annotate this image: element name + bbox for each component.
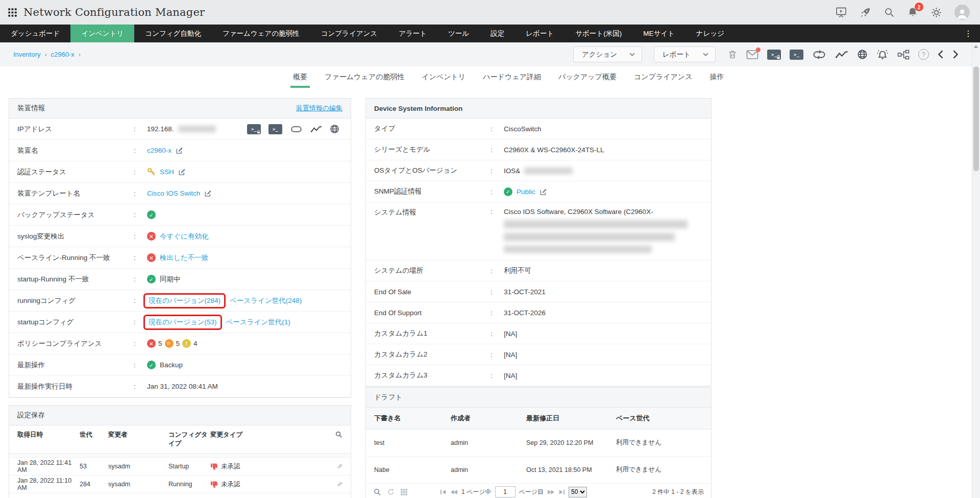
globe-icon[interactable] (330, 124, 339, 134)
nav-item-compliance[interactable]: コンプライアンス (310, 25, 388, 42)
edit-icon[interactable] (176, 147, 183, 154)
enable-now-link[interactable]: 今すぐに有効化 (160, 232, 208, 241)
nav-item-alerts[interactable]: アラート (388, 25, 437, 42)
vertical-scrollbar[interactable] (972, 42, 980, 498)
alarm-bell-icon[interactable] (876, 49, 889, 60)
tab-firmware-vulnerability[interactable]: ファームウェアの脆弱性 (325, 66, 404, 88)
tab-overview[interactable]: 概要 (293, 66, 307, 88)
terminal-lock-icon[interactable]: >_ (767, 50, 781, 60)
grid-view-icon[interactable] (401, 489, 407, 495)
user-avatar[interactable] (954, 5, 970, 20)
scrollbar-thumb[interactable] (973, 66, 979, 171)
tab-inventory[interactable]: インベントリ (422, 66, 465, 88)
edit-icon[interactable] (204, 189, 212, 197)
col-last-modified[interactable]: 最新修正日 (526, 414, 616, 423)
detected-conflict-link[interactable]: 検出した不一致 (160, 253, 208, 263)
rocket-icon[interactable] (860, 7, 871, 18)
col-base-generation[interactable]: ベース世代 (616, 414, 669, 423)
device-info-header: 装置情報 装置情報の編集 (9, 99, 351, 118)
collapse-left-chevron-icon[interactable] (938, 50, 944, 59)
workflow-icon[interactable] (897, 50, 910, 60)
nav-item-tools[interactable]: ツール (437, 25, 480, 42)
breadcrumb-inventory-link[interactable]: Inventory (13, 51, 40, 58)
nav-item-inventory[interactable]: インベントリ (70, 25, 134, 42)
edit-icon[interactable] (540, 188, 547, 196)
nav-item-firmware-vulnerability[interactable]: ファームウェアの脆弱性 (212, 25, 310, 42)
expand-right-chevron-icon[interactable] (952, 50, 959, 59)
edit-icon[interactable] (178, 168, 186, 176)
tab-compliance[interactable]: コンプライアンス (634, 66, 693, 88)
actions-dropdown-button[interactable]: アクション (573, 46, 642, 62)
terminal-icon[interactable]: >_ (268, 124, 282, 134)
nav-item-settings[interactable]: 設定 (480, 25, 515, 42)
col-changed-by[interactable]: 変更者 (108, 431, 168, 439)
nav-item-me-site[interactable]: MEサイト (632, 25, 685, 42)
terminal-lock-icon[interactable]: >_ (247, 124, 261, 134)
col-author[interactable]: 作成者 (451, 414, 526, 423)
col-generation[interactable]: 世代 (80, 431, 108, 439)
refresh-icon[interactable] (387, 488, 395, 495)
next-page-icon[interactable] (547, 489, 555, 495)
nav-more-icon[interactable]: ⋮ (957, 25, 980, 42)
draft-row[interactable]: Nabe admin Oct 13, 2021 18:50 PM 利用できません (366, 457, 711, 484)
page-number-input[interactable] (495, 486, 516, 497)
running-baseline-generation-link[interactable]: ベースライン世代(248) (230, 296, 302, 305)
traffic-pulse-icon[interactable] (835, 50, 848, 59)
sync-loop-icon[interactable] (812, 50, 826, 59)
globe-icon[interactable] (857, 49, 868, 60)
row-label: startup-Running 不一致 (17, 275, 134, 284)
mail-icon[interactable] (746, 50, 758, 60)
tab-backup-summary[interactable]: バックアップ概要 (558, 66, 617, 88)
annotation-box-running-version: 現在のバージョン(284) (143, 293, 226, 309)
col-config-type[interactable]: コンフィグタイプ (168, 431, 210, 448)
terminal-prompt-glyph: >_ (251, 127, 257, 132)
latest-operation-value: Backup (160, 361, 183, 369)
tab-hardware-details[interactable]: ハードウェア詳細 (483, 66, 541, 88)
compare-pencil-icon[interactable]: ✎ (337, 463, 342, 470)
col-change-type[interactable]: 変更タイプ (210, 431, 272, 439)
config-saved-row[interactable]: Jan 28, 2022 11:41 AM 53 sysadm Startup … (9, 458, 351, 476)
search-icon[interactable] (884, 7, 895, 18)
first-page-icon[interactable] (440, 489, 447, 495)
last-page-icon[interactable] (558, 489, 565, 495)
row-label: カスタムカラム3 (374, 371, 491, 380)
presentation-icon[interactable] (835, 6, 847, 18)
notifications-bell-icon[interactable]: 2 (907, 7, 918, 18)
table-search-icon[interactable] (373, 488, 381, 496)
reports-dropdown-button[interactable]: レポート (654, 46, 716, 62)
nav-item-knowledge[interactable]: ナレッジ (685, 25, 735, 42)
app-launcher-grid-icon[interactable] (8, 8, 17, 17)
config-saved-row[interactable]: Jan 28, 2022 11:10 AM 284 sysadm Running… (9, 476, 351, 493)
breadcrumb-device-link[interactable]: c2960-x (51, 51, 74, 58)
running-current-version-link[interactable]: 現在のバージョン(284) (149, 296, 220, 305)
chevron-down-icon (629, 53, 635, 56)
nav-item-dashboard[interactable]: ダッシュボード (0, 25, 70, 42)
edit-device-info-link[interactable]: 装置情報の編集 (296, 104, 342, 113)
ssh-credential-link[interactable]: SSH (160, 168, 174, 176)
nav-item-support-us[interactable]: サポート(米国) (565, 25, 632, 42)
snmp-credential-link[interactable]: Public (517, 188, 535, 196)
traffic-pulse-icon[interactable] (310, 125, 322, 133)
scrollbar-up-arrow-icon[interactable] (974, 45, 978, 48)
help-icon[interactable]: ? (918, 49, 929, 60)
sync-loop-icon[interactable] (290, 125, 303, 133)
delete-trash-icon[interactable] (727, 49, 738, 60)
nav-item-config-automation[interactable]: コンフィグ自動化 (134, 25, 212, 42)
previous-page-icon[interactable] (450, 489, 458, 495)
col-acquired-date[interactable]: 取得日時 (17, 431, 80, 439)
terminal-icon[interactable]: >_ (790, 50, 803, 60)
table-search-icon[interactable] (335, 431, 342, 438)
compare-pencil-icon[interactable]: ✎ (337, 481, 342, 488)
draft-name-cell: Nabe (374, 466, 451, 473)
device-name-link[interactable]: c2960-x (147, 147, 172, 154)
breadcrumb: Inventory › c2960-x › (13, 51, 85, 58)
tab-operations[interactable]: 操作 (710, 66, 724, 88)
device-template-link[interactable]: Cisco IOS Switch (147, 189, 200, 197)
draft-row[interactable]: test admin Sep 29, 2020 12:20 PM 利用できません (366, 430, 711, 457)
col-draft-name[interactable]: 下書き名 (374, 414, 451, 423)
startup-baseline-generation-link[interactable]: ベースライン世代(1) (226, 318, 290, 327)
nav-item-reports[interactable]: レポート (515, 25, 565, 42)
page-size-select[interactable]: 50 (569, 487, 587, 497)
settings-gear-icon[interactable] (930, 7, 942, 18)
startup-current-version-link[interactable]: 現在のバージョン(53) (149, 318, 217, 327)
